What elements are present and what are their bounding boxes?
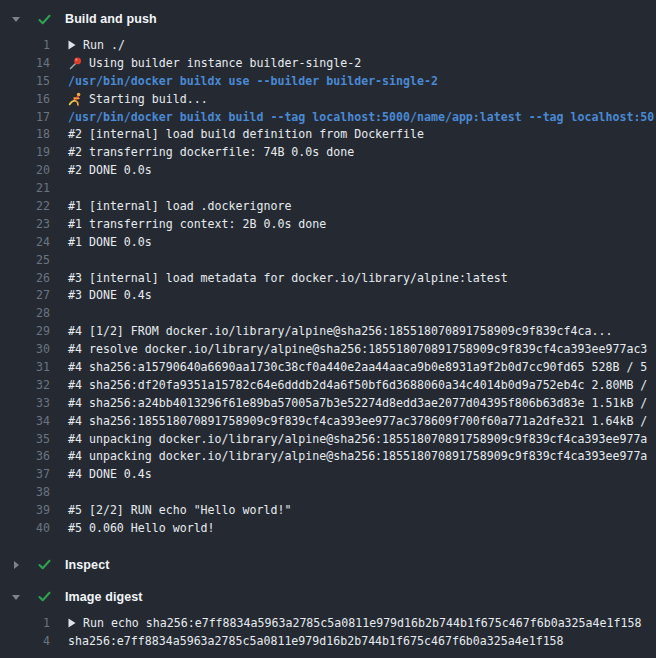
- line-text: #5 0.060 Hello world!: [68, 521, 215, 535]
- line-text: #4 [1/2] FROM docker.io/library/alpine@s…: [68, 324, 612, 338]
- line-number[interactable]: 39: [0, 503, 50, 517]
- log-line: 29#4 [1/2] FROM docker.io/library/alpine…: [0, 322, 656, 340]
- section-header-image-digest[interactable]: Image digest: [0, 586, 656, 608]
- log-line: 24#1 DONE 0.0s: [0, 233, 656, 251]
- line-number[interactable]: 16: [0, 92, 50, 106]
- line-number[interactable]: 40: [0, 521, 50, 535]
- line-text: #4 sha256:a15790640a6690aa1730c38cf0a440…: [68, 360, 647, 374]
- line-number[interactable]: 21: [0, 181, 50, 195]
- line-text: #4 DONE 0.4s: [68, 467, 152, 481]
- line-number[interactable]: 14: [0, 56, 50, 70]
- log-line: 26#3 [internal] load metadata for docker…: [0, 269, 656, 287]
- line-text: #1 [internal] load .dockerignore: [68, 199, 291, 213]
- section-header-inspect[interactable]: Inspect: [0, 554, 656, 576]
- line-content: #1 transferring context: 2B 0.0s done: [68, 217, 326, 231]
- line-text: #1 DONE 0.0s: [68, 235, 152, 249]
- line-number[interactable]: 36: [0, 449, 50, 463]
- pushpin-icon: [68, 56, 82, 70]
- runner-icon: [68, 92, 82, 106]
- line-text: #3 [internal] load metadata for docker.i…: [68, 271, 508, 285]
- line-number[interactable]: 1: [0, 616, 50, 630]
- line-text: Run ./: [68, 38, 125, 52]
- line-number[interactable]: 22: [0, 199, 50, 213]
- log-line: 34#4 sha256:185518070891758909c9f839cf4c…: [0, 412, 656, 430]
- line-number[interactable]: 23: [0, 217, 50, 231]
- log-line: 19#2 transferring dockerfile: 74B 0.0s d…: [0, 143, 656, 161]
- log-line: 21: [0, 179, 656, 197]
- line-content: #3 [internal] load metadata for docker.i…: [68, 271, 508, 285]
- play-icon[interactable]: [68, 40, 76, 50]
- line-content: #3 DONE 0.4s: [68, 288, 152, 302]
- line-number[interactable]: 29: [0, 324, 50, 338]
- line-content: #2 DONE 0.0s: [68, 163, 152, 177]
- line-content: sha256:e7ff8834a5963a2785c5a0811e979d16b…: [68, 634, 564, 648]
- line-text: /usr/bin/docker buildx build --tag local…: [68, 110, 654, 124]
- line-number[interactable]: 15: [0, 74, 50, 88]
- section-title: Inspect: [65, 558, 109, 572]
- section-inspect: Inspect: [0, 554, 656, 576]
- line-number[interactable]: 25: [0, 253, 50, 267]
- log-line: 14Using builder instance builder-single-…: [0, 54, 656, 72]
- log-line: 22#1 [internal] load .dockerignore: [0, 197, 656, 215]
- check-icon: [37, 557, 52, 572]
- line-content: #1 DONE 0.0s: [68, 235, 152, 249]
- log-line: 20#2 DONE 0.0s: [0, 161, 656, 179]
- line-content: #4 [1/2] FROM docker.io/library/alpine@s…: [68, 324, 612, 338]
- log-line: 30#4 resolve docker.io/library/alpine@sh…: [0, 340, 656, 358]
- check-icon: [37, 589, 52, 604]
- play-icon[interactable]: [68, 618, 76, 628]
- log-line: 32#4 sha256:df20fa9351a15782c64e6dddb2d4…: [0, 376, 656, 394]
- log-line: 17/usr/bin/docker buildx build --tag loc…: [0, 108, 656, 126]
- line-number[interactable]: 37: [0, 467, 50, 481]
- log-line: 27#3 DONE 0.4s: [0, 286, 656, 304]
- line-text: #2 DONE 0.0s: [68, 163, 152, 177]
- line-content: Starting build...: [89, 92, 208, 106]
- line-number[interactable]: 35: [0, 432, 50, 446]
- line-text: Run echo sha256:e7ff8834a5963a2785c5a081…: [68, 616, 641, 630]
- log-line: 15/usr/bin/docker buildx use --builder b…: [0, 72, 656, 90]
- log-line: 16Starting build...: [0, 90, 656, 108]
- log-line: 36#4 unpacking docker.io/library/alpine@…: [0, 447, 656, 465]
- line-content: #4 DONE 0.4s: [68, 467, 152, 481]
- line-number[interactable]: 4: [0, 634, 50, 648]
- line-content: /usr/bin/docker buildx build --tag local…: [68, 110, 654, 124]
- line-number[interactable]: 17: [0, 110, 50, 124]
- log-line: 33#4 sha256:a24bb4013296f61e89ba57005a7b…: [0, 394, 656, 412]
- line-number[interactable]: 1: [0, 38, 50, 52]
- line-content: #4 sha256:df20fa9351a15782c64e6dddb2d4a6…: [68, 378, 647, 392]
- line-number[interactable]: 30: [0, 342, 50, 356]
- line-number[interactable]: 28: [0, 306, 50, 320]
- line-text: #1 transferring context: 2B 0.0s done: [68, 217, 326, 231]
- line-number[interactable]: 26: [0, 271, 50, 285]
- line-number[interactable]: 38: [0, 485, 50, 499]
- line-number[interactable]: 31: [0, 360, 50, 374]
- line-content: /usr/bin/docker buildx use --builder bui…: [68, 74, 438, 88]
- caret-right-icon: [11, 560, 21, 570]
- line-content: #4 unpacking docker.io/library/alpine@sh…: [68, 432, 647, 446]
- line-number[interactable]: 32: [0, 378, 50, 392]
- line-text: #2 [internal] load build definition from…: [68, 127, 424, 141]
- line-number[interactable]: 19: [0, 145, 50, 159]
- line-content: #4 sha256:a15790640a6690aa1730c38cf0a440…: [68, 360, 647, 374]
- section-header-build-and-push[interactable]: Build and push: [0, 8, 656, 30]
- line-number[interactable]: 24: [0, 235, 50, 249]
- line-text: #4 resolve docker.io/library/alpine@sha2…: [68, 342, 647, 356]
- log-line: 23#1 transferring context: 2B 0.0s done: [0, 215, 656, 233]
- line-content: #2 [internal] load build definition from…: [68, 127, 424, 141]
- line-text: sha256:e7ff8834a5963a2785c5a0811e979d16b…: [68, 634, 564, 648]
- caret-down-icon: [11, 592, 21, 602]
- log-line: 35#4 unpacking docker.io/library/alpine@…: [0, 430, 656, 448]
- log-line: 28: [0, 304, 656, 322]
- line-number[interactable]: 34: [0, 414, 50, 428]
- log-line: 31#4 sha256:a15790640a6690aa1730c38cf0a4…: [0, 358, 656, 376]
- log-sections: Build and push1Run ./14Using builder ins…: [0, 8, 656, 655]
- line-number[interactable]: 18: [0, 127, 50, 141]
- line-number[interactable]: 33: [0, 396, 50, 410]
- line-content: #1 [internal] load .dockerignore: [68, 199, 291, 213]
- line-text: #4 sha256:185518070891758909c9f839cf4ca3…: [68, 414, 647, 428]
- log-line: 38: [0, 483, 656, 501]
- line-number[interactable]: 20: [0, 163, 50, 177]
- line-number[interactable]: 27: [0, 288, 50, 302]
- line-text: #4 unpacking docker.io/library/alpine@sh…: [68, 449, 647, 463]
- line-content: #4 unpacking docker.io/library/alpine@sh…: [68, 449, 647, 463]
